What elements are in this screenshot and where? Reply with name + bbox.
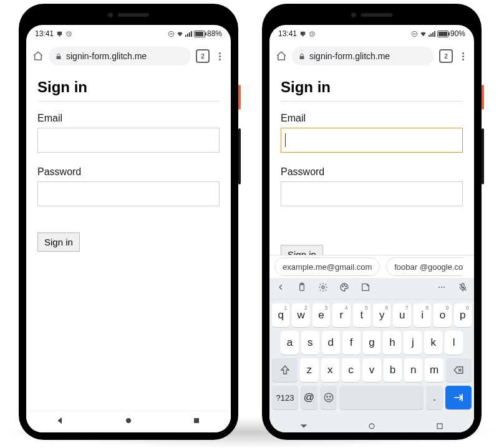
notification-icon — [65, 31, 72, 37]
key-shift[interactable] — [272, 358, 298, 382]
menu-icon[interactable] — [458, 52, 468, 60]
key-y[interactable]: y6 — [373, 303, 390, 327]
power-button — [482, 85, 484, 110]
page-title: Sign in — [37, 79, 220, 96]
key-x[interactable]: x — [321, 358, 339, 382]
autofill-chip[interactable]: foobar @google.co — [386, 257, 463, 276]
key-i[interactable]: i8 — [414, 303, 431, 327]
key-emoji[interactable] — [320, 386, 337, 409]
collapse-icon[interactable] — [276, 282, 286, 295]
key-k[interactable]: k — [424, 331, 442, 355]
keyboard-toolbar — [269, 278, 474, 300]
key-v[interactable]: v — [362, 358, 380, 382]
key-j[interactable]: j — [404, 331, 422, 355]
key-g[interactable]: g — [363, 331, 381, 355]
tabs-button[interactable]: 2 — [439, 49, 453, 63]
key-a[interactable]: a — [281, 331, 299, 355]
key-u[interactable]: u7 — [393, 303, 410, 327]
url-bar[interactable]: signin-form.glitch.me — [49, 47, 191, 65]
svg-rect-1 — [59, 35, 61, 36]
lock-icon — [298, 52, 306, 60]
svg-point-16 — [322, 286, 324, 288]
key-d[interactable]: d — [322, 331, 340, 355]
key-space[interactable] — [339, 386, 424, 409]
key-at[interactable]: @ — [301, 386, 317, 409]
back-icon[interactable] — [56, 416, 65, 428]
gear-icon[interactable] — [318, 282, 328, 295]
status-bar: 13:41 88% — [26, 25, 231, 42]
key-r[interactable]: r4 — [332, 303, 350, 327]
page-content: Sign in Email Password Sign in example.m… — [269, 70, 474, 432]
svg-point-19 — [346, 286, 346, 287]
more-icon[interactable] — [437, 282, 447, 295]
signal-icon — [429, 31, 435, 37]
key-c[interactable]: c — [342, 358, 360, 382]
svg-point-21 — [441, 287, 442, 288]
key-t[interactable]: t5 — [353, 303, 371, 327]
key-o[interactable]: o9 — [434, 303, 451, 327]
do-not-disturb-icon — [168, 31, 175, 37]
home-nav-icon[interactable] — [124, 416, 133, 428]
password-field[interactable] — [37, 181, 220, 206]
svg-point-6 — [126, 418, 131, 423]
url-bar[interactable]: signin-form.glitch.me — [292, 47, 434, 65]
signal-icon — [185, 31, 192, 37]
svg-point-22 — [443, 287, 445, 288]
email-field[interactable] — [37, 128, 220, 153]
key-b[interactable]: b — [384, 358, 402, 382]
browser-bar: signin-form.glitch.me 2 — [269, 42, 474, 70]
sticker-icon[interactable] — [361, 282, 371, 295]
key-w[interactable]: w2 — [292, 303, 309, 327]
email-label: Email — [281, 113, 463, 124]
key-p[interactable]: p0 — [454, 303, 472, 327]
home-icon[interactable] — [32, 50, 44, 62]
signin-button[interactable]: Sign in — [37, 232, 80, 252]
key-m[interactable]: m — [425, 358, 443, 382]
svg-rect-5 — [57, 56, 61, 59]
recent-icon[interactable] — [435, 421, 445, 432]
svg-point-30 — [329, 396, 331, 398]
key-backspace[interactable] — [446, 358, 472, 382]
key-l[interactable]: l — [445, 331, 463, 355]
autofill-chip[interactable]: example.me@gmail.com — [274, 257, 380, 276]
svg-rect-0 — [57, 31, 62, 35]
password-field[interactable] — [281, 181, 463, 206]
key-h[interactable]: h — [383, 331, 401, 355]
email-field[interactable] — [281, 128, 463, 153]
browser-bar: signin-form.glitch.me 2 — [26, 42, 231, 70]
svg-point-20 — [438, 287, 440, 288]
key-q[interactable]: q1 — [272, 303, 289, 327]
palette-icon[interactable] — [339, 282, 349, 295]
key-period[interactable]: . — [426, 386, 443, 409]
hide-keyboard-icon[interactable] — [299, 421, 309, 432]
home-icon[interactable] — [276, 50, 287, 62]
svg-rect-8 — [301, 31, 305, 35]
key-symbols[interactable]: ?123 — [272, 386, 298, 409]
key-s[interactable]: s — [301, 331, 319, 355]
recent-icon[interactable] — [191, 416, 201, 428]
battery-pct: 88% — [207, 29, 222, 38]
android-nav — [26, 411, 231, 432]
tabs-button[interactable]: 2 — [196, 49, 210, 63]
key-n[interactable]: n — [404, 358, 422, 382]
svg-point-33 — [369, 424, 374, 429]
key-z[interactable]: z — [300, 358, 318, 382]
clipboard-icon[interactable] — [297, 282, 307, 295]
lock-icon — [55, 52, 62, 60]
page-title: Sign in — [281, 79, 463, 96]
key-e[interactable]: e3 — [312, 303, 330, 327]
battery-icon — [437, 31, 448, 37]
status-time: 13:41 — [278, 29, 297, 38]
password-label: Password — [37, 166, 220, 178]
email-label: Email — [37, 113, 220, 124]
svg-point-29 — [327, 396, 328, 398]
menu-icon[interactable] — [215, 52, 225, 60]
wifi-icon — [420, 31, 427, 37]
key-f[interactable]: f — [342, 331, 361, 355]
battery-icon — [194, 31, 205, 37]
key-enter[interactable] — [445, 386, 472, 409]
mic-off-icon[interactable] — [458, 282, 468, 295]
home-nav-icon[interactable] — [367, 421, 377, 432]
status-bar: 13:41 90% — [269, 25, 474, 42]
svg-point-18 — [344, 285, 344, 285]
